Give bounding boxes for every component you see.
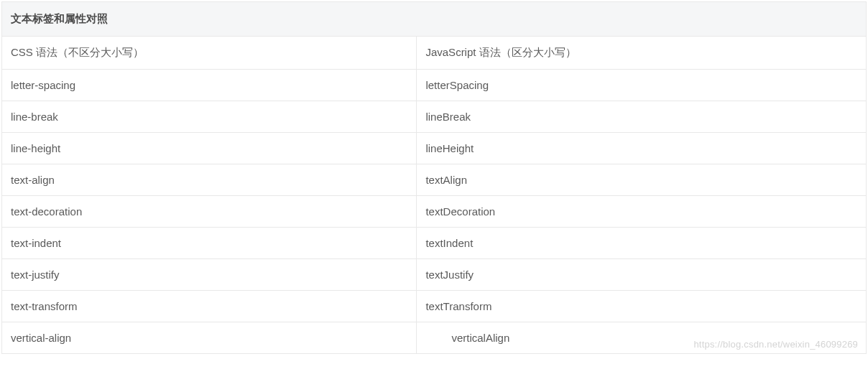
table-row: text-decorationtextDecoration [2,196,867,228]
css-property-cell: letter-spacing [2,70,417,101]
css-property-cell: vertical-align [2,322,417,354]
table-title: 文本标签和属性对照 [2,2,867,37]
css-property-cell: text-decoration [2,196,417,228]
js-property-cell: textIndent [417,228,867,259]
table-row: line-breaklineBreak [2,101,867,133]
table-row: letter-spacingletterSpacing [2,70,867,101]
table-row: text-aligntextAlign [2,164,867,196]
css-property-cell: text-transform [2,291,417,322]
header-css-syntax: CSS 语法（不区分大小写） [2,37,417,70]
table-row: text-indenttextIndent [2,228,867,259]
property-comparison-table: 文本标签和属性对照 CSS 语法（不区分大小写） JavaScript 语法（区… [1,1,867,354]
js-property-cell: textDecoration [417,196,867,228]
css-property-cell: text-indent [2,228,417,259]
js-property-cell: lineBreak [417,101,867,133]
js-property-cell: letterSpacing [417,70,867,101]
table-row: line-heightlineHeight [2,133,867,164]
css-property-cell: text-justify [2,259,417,291]
watermark-text: https://blog.csdn.net/weixin_46099269 [693,339,858,350]
js-property-cell: textTransform [417,291,867,322]
table-row: text-justifytextJustify [2,259,867,291]
header-js-syntax: JavaScript 语法（区分大小写） [417,37,867,70]
table-row: text-transformtextTransform [2,291,867,322]
css-property-cell: line-break [2,101,417,133]
js-property-cell: textJustify [417,259,867,291]
js-property-cell: textAlign [417,164,867,196]
css-property-cell: line-height [2,133,417,164]
table-header-row: CSS 语法（不区分大小写） JavaScript 语法（区分大小写） [2,37,867,70]
css-property-cell: text-align [2,164,417,196]
js-property-cell: lineHeight [417,133,867,164]
